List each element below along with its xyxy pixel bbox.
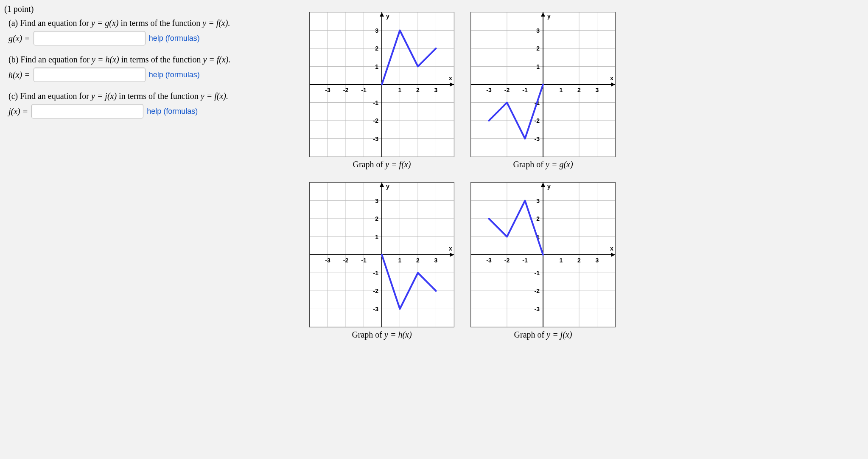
- part-a-input[interactable]: [34, 31, 146, 45]
- plot-j-svg: -3-3-2-2-1-1112233xy: [470, 182, 616, 327]
- svg-text:x: x: [610, 245, 613, 252]
- svg-marker-93: [380, 183, 384, 187]
- svg-text:-3: -3: [486, 87, 492, 93]
- part-c-answer-label: j(x) =: [8, 105, 28, 118]
- svg-text:y: y: [386, 183, 389, 190]
- svg-text:2: 2: [416, 257, 420, 264]
- svg-text:-2: -2: [535, 287, 540, 294]
- svg-text:1: 1: [375, 234, 378, 240]
- svg-text:3: 3: [536, 197, 540, 204]
- svg-text:1: 1: [398, 87, 402, 93]
- svg-marker-92: [450, 253, 454, 257]
- svg-text:-3: -3: [373, 306, 379, 313]
- part-c-rhs: y = f(x).: [201, 91, 228, 101]
- svg-text:2: 2: [416, 87, 420, 93]
- svg-text:3: 3: [536, 27, 540, 34]
- part-a: (a) Find an equation for y = g(x) in ter…: [8, 17, 293, 45]
- svg-marker-129: [541, 183, 545, 187]
- svg-text:-2: -2: [343, 87, 349, 93]
- svg-marker-56: [611, 82, 615, 87]
- svg-text:2: 2: [536, 45, 540, 52]
- plots-panel: -3-3-2-2-1-1112233xyGraph of y = f(x)-3-…: [305, 3, 864, 340]
- svg-text:-2: -2: [343, 257, 349, 264]
- svg-marker-20: [450, 82, 454, 87]
- plot-g-caption: Graph of y = g(x): [513, 160, 573, 169]
- svg-text:2: 2: [536, 215, 540, 222]
- part-c: (c) Find an equation for y = j(x) in ter…: [8, 90, 293, 118]
- svg-text:-2: -2: [373, 117, 379, 124]
- svg-text:-1: -1: [361, 257, 367, 264]
- svg-text:-2: -2: [504, 257, 510, 264]
- svg-text:1: 1: [375, 63, 378, 70]
- plot-f-caption: Graph of y = f(x): [353, 160, 411, 169]
- svg-text:2: 2: [577, 257, 581, 264]
- svg-text:x: x: [449, 245, 452, 252]
- svg-marker-128: [611, 253, 615, 257]
- svg-marker-21: [380, 12, 384, 17]
- svg-text:y: y: [386, 13, 389, 20]
- part-a-lhs: y = g(x): [91, 18, 119, 28]
- svg-text:1: 1: [560, 257, 563, 264]
- part-b-help-link[interactable]: help (formulas): [149, 69, 200, 81]
- svg-text:-1: -1: [522, 87, 528, 93]
- svg-text:-1: -1: [373, 270, 379, 276]
- part-a-rhs: y = f(x).: [202, 18, 230, 28]
- svg-text:-3: -3: [325, 257, 330, 264]
- part-c-prefix: (c) Find an equation for: [8, 91, 91, 101]
- svg-text:3: 3: [596, 87, 599, 93]
- plot-j-caption: Graph of y = j(x): [514, 330, 572, 340]
- svg-text:-1: -1: [522, 257, 528, 264]
- part-c-mid: in terms of the function: [117, 91, 201, 101]
- plot-h-svg: -3-3-2-2-1-1112233xy: [309, 182, 454, 327]
- part-a-prefix: (a) Find an equation for: [8, 18, 91, 28]
- svg-text:-2: -2: [504, 87, 510, 93]
- part-b-lhs: y = h(x): [92, 55, 119, 64]
- svg-text:3: 3: [596, 257, 599, 264]
- part-a-help-link[interactable]: help (formulas): [149, 33, 200, 44]
- part-b-mid: in terms of the function: [119, 55, 203, 64]
- svg-text:x: x: [449, 75, 452, 82]
- part-c-help-link[interactable]: help (formulas): [147, 106, 198, 117]
- plot-j: -3-3-2-2-1-1112233xyGraph of y = j(x): [467, 182, 619, 340]
- svg-text:x: x: [610, 75, 613, 82]
- plot-g-svg: -3-3-2-2-1-1112233xy: [470, 12, 616, 157]
- part-b-input[interactable]: [34, 68, 146, 82]
- svg-text:3: 3: [434, 87, 438, 93]
- svg-text:-1: -1: [535, 270, 540, 276]
- svg-text:-1: -1: [361, 87, 367, 93]
- part-b-rhs: y = f(x).: [203, 55, 230, 64]
- points-label: (1 point): [4, 4, 293, 14]
- part-b-prefix: (b) Find an equation for: [8, 55, 92, 64]
- part-c-lhs: y = j(x): [91, 91, 117, 101]
- plot-f-svg: -3-3-2-2-1-1112233xy: [309, 12, 454, 157]
- svg-text:y: y: [547, 13, 551, 20]
- svg-text:2: 2: [577, 87, 581, 93]
- part-b-answer-label: h(x) =: [8, 68, 30, 81]
- svg-text:-3: -3: [373, 135, 379, 142]
- svg-text:-2: -2: [373, 287, 379, 294]
- svg-text:-3: -3: [535, 135, 540, 142]
- svg-marker-57: [541, 12, 545, 17]
- svg-text:-3: -3: [325, 87, 330, 93]
- svg-text:1: 1: [536, 63, 540, 70]
- svg-text:1: 1: [560, 87, 563, 93]
- plot-f: -3-3-2-2-1-1112233xyGraph of y = f(x): [305, 12, 458, 169]
- plot-h-caption: Graph of y = h(x): [352, 330, 412, 340]
- svg-text:2: 2: [375, 45, 378, 52]
- svg-text:3: 3: [375, 197, 378, 204]
- svg-text:-1: -1: [373, 99, 379, 106]
- svg-text:y: y: [547, 183, 551, 190]
- svg-text:2: 2: [375, 215, 378, 222]
- part-a-answer-label: g(x) =: [8, 32, 30, 45]
- question-panel: (1 point) (a) Find an equation for y = g…: [4, 3, 293, 126]
- svg-text:3: 3: [434, 257, 438, 264]
- svg-text:-3: -3: [486, 257, 492, 264]
- part-a-mid: in terms of the function: [119, 18, 203, 28]
- plot-g: -3-3-2-2-1-1112233xyGraph of y = g(x): [467, 12, 619, 169]
- plot-h: -3-3-2-2-1-1112233xyGraph of y = h(x): [305, 182, 458, 340]
- svg-text:3: 3: [375, 27, 378, 34]
- part-c-input[interactable]: [31, 104, 143, 118]
- svg-text:1: 1: [398, 257, 402, 264]
- svg-text:-2: -2: [535, 117, 540, 124]
- part-b: (b) Find an equation for y = h(x) in ter…: [8, 53, 293, 82]
